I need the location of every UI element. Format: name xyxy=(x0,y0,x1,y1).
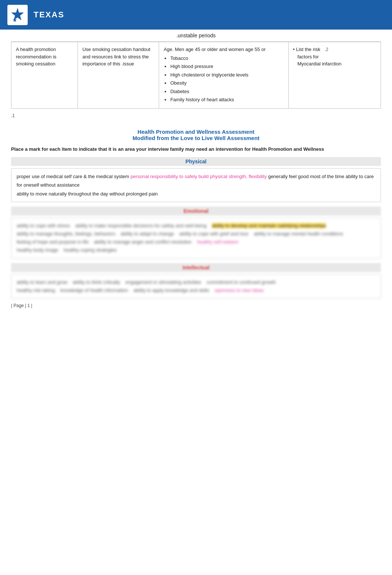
physical-text-3: ability to move naturally throughout the… xyxy=(17,191,158,197)
intellectual-section-header: Intellectual xyxy=(11,263,381,272)
assessment-subtitle: Modified from the Love to Live Well Asse… xyxy=(11,135,381,141)
physical-text-highlight-1: personal responsibility to safely build … xyxy=(131,174,267,179)
assessment-title: Health Promotion and Wellness Assessment xyxy=(11,129,381,135)
risk-detail: Myocardial infarction xyxy=(298,61,341,67)
risk-cell: • List the risk .2 factors for Myocardia… xyxy=(293,46,376,68)
list-item: High cholesterol or triglyceride levels xyxy=(170,71,283,79)
page-number: | Page | 1 | xyxy=(11,303,381,308)
intellectual-section-title: Intellectual xyxy=(182,265,209,271)
emotional-section-header: Emotional xyxy=(11,207,381,215)
risk-number: .2 xyxy=(324,47,328,52)
intellectual-content-box: ability to learn and grow ability to thi… xyxy=(11,274,381,299)
intellectual-text: ability to learn and grow ability to thi… xyxy=(17,278,375,295)
table-cell-col4: • List the risk .2 factors for Myocardia… xyxy=(288,42,381,109)
svg-text:★: ★ xyxy=(13,18,17,23)
table-row: A health promotion recommendation is smo… xyxy=(11,42,381,109)
emotional-content-box: ability to cope with stress ability to m… xyxy=(11,218,381,258)
texas-logo-icon: ★ xyxy=(9,7,26,23)
physical-section-title: Physical xyxy=(186,159,207,164)
table-cell-col1: A health promotion recommendation is smo… xyxy=(11,42,78,109)
table-cell-col2: Use smoking cessation handout and resour… xyxy=(78,42,159,109)
col2-text: Use smoking cessation handout and resour… xyxy=(82,47,150,67)
instruction-text: Place a mark for each item to indicate t… xyxy=(11,146,381,153)
list-item: Diabetes xyxy=(170,88,283,95)
header-title: TEXAS xyxy=(34,10,64,20)
unstable-periods-row: .unstable periods xyxy=(11,30,381,42)
unstable-periods-text: .unstable periods xyxy=(176,33,216,38)
footnote-1: .1 xyxy=(11,112,381,123)
assessment-header: Health Promotion and Wellness Assessment… xyxy=(11,129,381,141)
col3-intro: Age. Men age 45 or older and women age 5… xyxy=(164,47,265,52)
emotional-text: ability to cope with stress ability to m… xyxy=(17,222,375,254)
page-header: ★ TEXAS xyxy=(0,0,392,30)
list-item: High blood pressure xyxy=(170,63,283,70)
col1-text: A health promotion recommendation is smo… xyxy=(16,47,56,67)
physical-text-1: proper use of medical self care & the me… xyxy=(17,174,131,179)
list-item: Obesity xyxy=(170,79,283,87)
physical-section-header: Physical xyxy=(11,157,381,166)
table-cell-col3: Age. Men age 45 or older and women age 5… xyxy=(159,42,288,109)
header-logo: ★ xyxy=(7,5,28,25)
risk-title: List the risk xyxy=(296,47,320,52)
bullet-dot: • xyxy=(293,47,295,52)
risk-subtitle: factors for xyxy=(298,54,319,59)
physical-content-box: proper use of medical self care & the me… xyxy=(11,168,381,202)
main-content: .unstable periods A health promotion rec… xyxy=(0,30,392,319)
content-table: A health promotion recommendation is smo… xyxy=(11,42,381,109)
list-item: Tobacco xyxy=(170,55,283,62)
col3-bullet-list: Tobacco High blood pressure High cholest… xyxy=(164,55,283,103)
emotional-section-title: Emotional xyxy=(183,208,209,214)
list-item: Family history of heart attacks xyxy=(170,96,283,103)
